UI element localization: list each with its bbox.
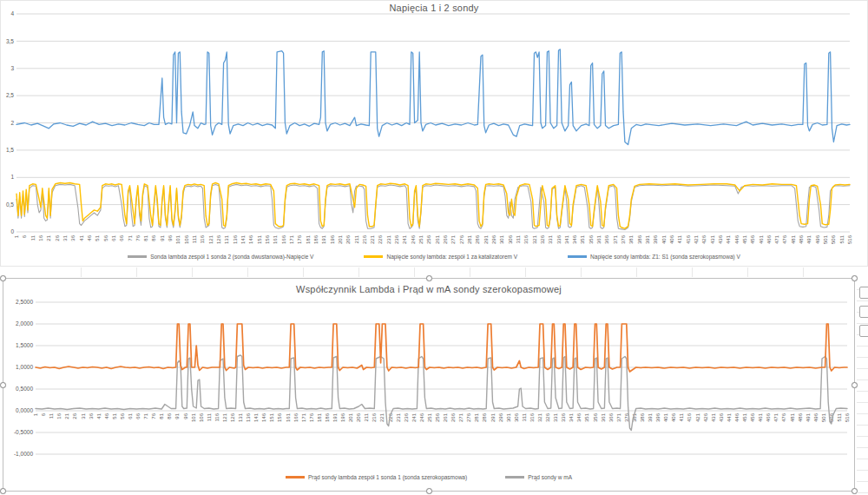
x-axis-tick-label: 306 <box>514 412 519 422</box>
x-axis-tick-label: 186 <box>313 234 319 244</box>
series-line-1[interactable] <box>36 355 847 431</box>
x-axis-tick-label: 106 <box>199 412 204 422</box>
x-axis-tick-label: 386 <box>640 412 645 422</box>
x-axis-tick-label: 341 <box>564 234 569 244</box>
series-line-0[interactable] <box>36 324 847 372</box>
x-axis-tick-label: 311 <box>516 234 521 243</box>
x-axis-tick-label: 56 <box>103 234 108 241</box>
x-axis-tick-label: 296 <box>498 412 503 422</box>
x-axis-tick-label: 456 <box>750 412 755 422</box>
x-axis-tick-label: 406 <box>671 412 676 422</box>
legend-lambda[interactable]: Prąd sondy lambda zespół 1 sonda 1 (sond… <box>3 474 854 480</box>
y-axis-tick-label: 4 <box>10 10 14 16</box>
legend-item-label: Prąd sondy lambda zespół 1 sonda 1 (sond… <box>308 474 467 480</box>
x-axis-tick-label: 51 <box>95 234 100 241</box>
x-axis-tick-label: 426 <box>703 412 708 422</box>
x-axis-tick-label: 516 <box>845 412 850 422</box>
selection-handle-top-center[interactable] <box>426 275 432 281</box>
x-axis-tick-label: 126 <box>230 412 235 422</box>
x-axis-tick-label: 56 <box>120 412 125 419</box>
legend-item-label: Napięcie sondy lambda: Z1: S1 (sonda sze… <box>590 254 740 260</box>
x-axis-tick-label: 281 <box>467 234 472 244</box>
x-axis-tick-label: 411 <box>679 412 684 421</box>
chart-voltages[interactable]: Napięcia 1 i 2 sondy 43,532,521,510,5016… <box>0 0 868 267</box>
x-axis-tick-label: 391 <box>645 234 650 244</box>
x-axis-tick-label: 501 <box>821 412 826 422</box>
x-axis-tick-label: 411 <box>677 234 682 243</box>
x-axis-tick-label: 166 <box>293 412 299 422</box>
legend-item[interactable]: Prąd sondy w mA <box>505 474 572 480</box>
selection-handle-middle-left[interactable] <box>0 382 6 388</box>
worksheet-area: Napięcia 1 i 2 sondy 43,532,521,510,5016… <box>0 0 868 495</box>
x-axis-tick-label: 96 <box>168 234 173 241</box>
x-axis-tick-label: 141 <box>240 234 246 244</box>
chart-tool-button-3[interactable] <box>859 325 868 337</box>
x-axis-tick-label: 236 <box>404 412 409 422</box>
x-axis-tick-label: 481 <box>791 234 796 244</box>
x-axis-tick-label: 386 <box>637 234 642 244</box>
x-axis-tick-label: 276 <box>466 412 471 422</box>
x-axis-tick-label: 336 <box>561 412 566 422</box>
x-axis-tick-label: 276 <box>459 234 464 244</box>
x-axis-tick-label: 1 <box>33 412 38 416</box>
x-axis-tick-label: 441 <box>727 412 732 422</box>
x-axis-tick-label: 491 <box>806 234 812 244</box>
x-axis-tick-label: 61 <box>128 412 133 419</box>
legend-item[interactable]: Napięcie sondy lambda: zespół 1 za katal… <box>364 254 517 260</box>
selection-handle-top-left[interactable] <box>0 275 6 281</box>
x-axis-tick-label: 401 <box>663 412 668 422</box>
x-axis-tick-label: 231 <box>386 234 391 244</box>
legend-item[interactable]: Sonda lambda zespół 1 sonda 2 (sonda dwu… <box>128 254 313 260</box>
x-axis-tick-label: 41 <box>79 234 84 241</box>
x-axis-tick-label: 286 <box>475 234 480 244</box>
x-axis-tick-label: 201 <box>348 412 353 422</box>
x-axis-tick-label: 351 <box>584 412 589 422</box>
legend-item[interactable]: Napięcie sondy lambda: Z1: S1 (sonda sze… <box>568 254 740 260</box>
x-axis-tick-label: 271 <box>458 412 464 422</box>
x-axis-tick-label: 151 <box>257 234 262 244</box>
x-axis-tick-label: 101 <box>191 412 196 422</box>
x-axis-tick-label: 346 <box>572 234 577 244</box>
voltages-plot-area: 43,532,521,510,5016111621263136414651566… <box>1 1 868 267</box>
x-axis-tick-label: 206 <box>345 234 351 244</box>
x-axis-tick-label: 486 <box>798 412 803 422</box>
x-axis-tick-label: 331 <box>548 234 553 244</box>
x-axis-tick-label: 176 <box>297 234 302 244</box>
x-axis-tick-label: 341 <box>569 412 574 422</box>
x-axis-tick-label: 326 <box>545 412 550 422</box>
legend-item-label: Prąd sondy w mA <box>528 474 572 480</box>
x-axis-tick-label: 431 <box>711 412 716 422</box>
x-axis-tick-label: 316 <box>529 412 535 422</box>
x-axis-tick-label: 266 <box>450 412 456 422</box>
legend-voltages[interactable]: Sonda lambda zespół 1 sonda 2 (sonda dwu… <box>1 254 867 260</box>
x-axis-tick-label: 396 <box>655 412 661 422</box>
x-axis-tick-label: 21 <box>64 412 69 419</box>
x-axis-tick-label: 471 <box>773 412 779 422</box>
x-axis-tick-label: 316 <box>523 234 529 244</box>
x-axis-tick-label: 11 <box>49 412 54 419</box>
legend-item-label: Sonda lambda zespół 1 sonda 2 (sonda dwu… <box>150 254 313 260</box>
x-axis-tick-label: 216 <box>372 412 377 422</box>
x-axis-tick-label: 211 <box>354 234 359 243</box>
x-axis-tick-label: 376 <box>621 234 626 244</box>
series-line-2[interactable] <box>16 50 850 145</box>
chart-lambda-current[interactable]: Współczynnik Lambda i Prąd w mA sondy sz… <box>3 278 855 492</box>
selection-handle-bottom-left[interactable] <box>0 488 6 494</box>
x-axis-tick-label: 161 <box>286 412 291 422</box>
x-axis-tick-label: 371 <box>616 412 621 422</box>
x-axis-tick-label: 191 <box>332 412 338 422</box>
x-axis-tick-label: 291 <box>490 412 496 422</box>
y-axis-tick-label: 0,5000 <box>16 386 33 392</box>
x-axis-tick-label: 421 <box>694 234 699 244</box>
chart-tool-button-1[interactable] <box>859 287 868 299</box>
chart-tool-button-2[interactable] <box>859 306 868 318</box>
legend-item[interactable]: Prąd sondy lambda zespół 1 sonda 1 (sond… <box>286 474 467 480</box>
x-axis-tick-label: 371 <box>613 234 618 244</box>
x-axis-tick-label: 231 <box>396 412 401 422</box>
x-axis-tick-label: 206 <box>356 412 361 422</box>
x-axis-tick-label: 236 <box>394 234 399 244</box>
x-axis-tick-label: 31 <box>62 234 68 241</box>
selection-handle-bottom-center[interactable] <box>426 488 432 494</box>
x-axis-tick-label: 361 <box>596 234 602 244</box>
x-axis-tick-label: 66 <box>119 234 124 241</box>
